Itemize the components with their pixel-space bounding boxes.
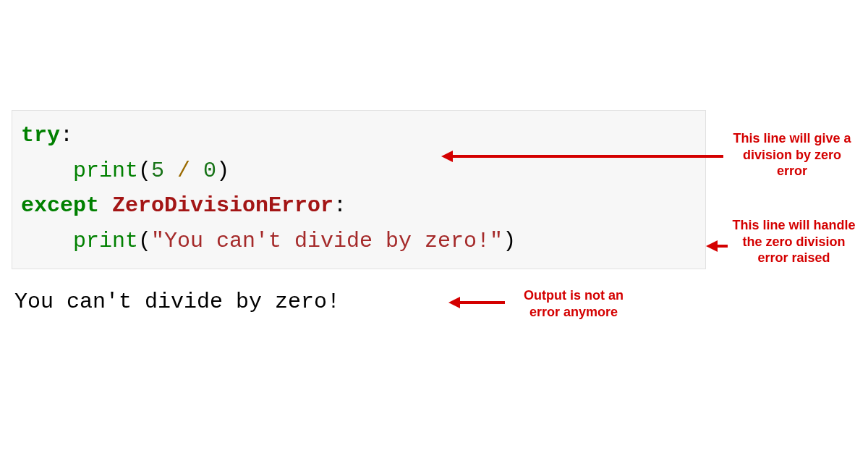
fn-print: print: [73, 229, 138, 253]
space: [164, 159, 177, 183]
space: [99, 193, 112, 218]
space: [190, 159, 203, 183]
indent: [21, 229, 73, 253]
annotation-2: This line will handle the zero division …: [731, 217, 857, 266]
output-text: You can't divide by zero!: [14, 290, 340, 314]
annotation-3: Output is not an error anymore: [508, 287, 639, 320]
lparen: (: [138, 159, 151, 183]
string-literal: "You can't divide by zero!": [151, 229, 503, 253]
keyword-try: try: [21, 123, 60, 148]
exception-name: ZeroDivisionError: [112, 193, 333, 218]
keyword-except: except: [21, 193, 99, 218]
rparen: ): [503, 229, 516, 253]
lparen: (: [138, 229, 151, 253]
indent: [21, 159, 73, 183]
rparen: ): [216, 159, 229, 183]
colon: :: [333, 193, 346, 218]
number-0: 0: [203, 159, 216, 183]
annotation-1: This line will give a division by zero e…: [731, 130, 854, 180]
colon: :: [60, 123, 73, 148]
fn-print: print: [73, 159, 138, 183]
number-5: 5: [151, 159, 164, 183]
op-slash: /: [177, 159, 190, 183]
code-block: try: print(5 / 0) except ZeroDivisionErr…: [12, 110, 706, 269]
